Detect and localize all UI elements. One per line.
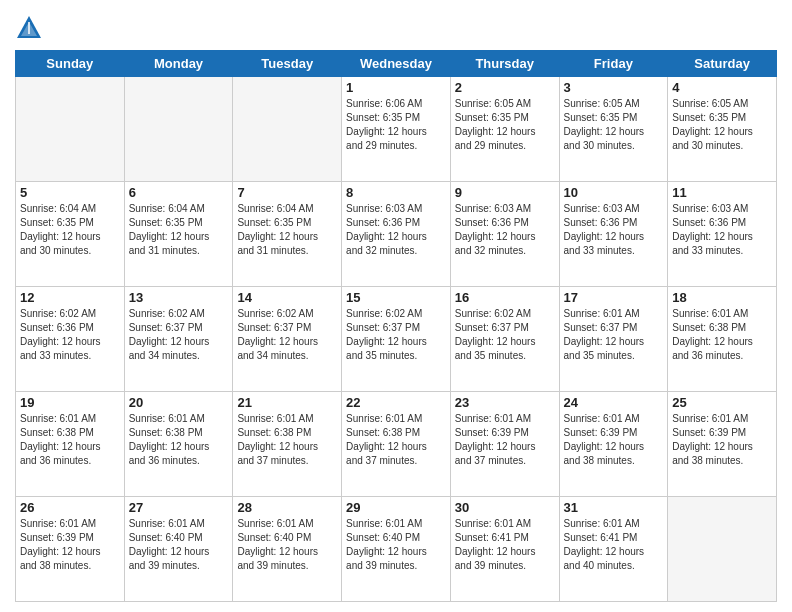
- day-number: 8: [346, 185, 446, 200]
- calendar-cell: 1Sunrise: 6:06 AM Sunset: 6:35 PM Daylig…: [342, 77, 451, 182]
- calendar-cell: 19Sunrise: 6:01 AM Sunset: 6:38 PM Dayli…: [16, 392, 125, 497]
- day-info: Sunrise: 6:01 AM Sunset: 6:38 PM Dayligh…: [346, 412, 446, 468]
- day-info: Sunrise: 6:05 AM Sunset: 6:35 PM Dayligh…: [455, 97, 555, 153]
- day-number: 14: [237, 290, 337, 305]
- day-number: 17: [564, 290, 664, 305]
- calendar-cell: 7Sunrise: 6:04 AM Sunset: 6:35 PM Daylig…: [233, 182, 342, 287]
- day-info: Sunrise: 6:03 AM Sunset: 6:36 PM Dayligh…: [346, 202, 446, 258]
- calendar-cell: [668, 497, 777, 602]
- day-info: Sunrise: 6:03 AM Sunset: 6:36 PM Dayligh…: [455, 202, 555, 258]
- day-info: Sunrise: 6:05 AM Sunset: 6:35 PM Dayligh…: [564, 97, 664, 153]
- day-info: Sunrise: 6:01 AM Sunset: 6:39 PM Dayligh…: [672, 412, 772, 468]
- day-info: Sunrise: 6:01 AM Sunset: 6:37 PM Dayligh…: [564, 307, 664, 363]
- calendar-cell: 9Sunrise: 6:03 AM Sunset: 6:36 PM Daylig…: [450, 182, 559, 287]
- calendar-cell: [124, 77, 233, 182]
- calendar-cell: 6Sunrise: 6:04 AM Sunset: 6:35 PM Daylig…: [124, 182, 233, 287]
- day-info: Sunrise: 6:01 AM Sunset: 6:40 PM Dayligh…: [237, 517, 337, 573]
- day-info: Sunrise: 6:04 AM Sunset: 6:35 PM Dayligh…: [237, 202, 337, 258]
- day-number: 5: [20, 185, 120, 200]
- calendar-cell: 4Sunrise: 6:05 AM Sunset: 6:35 PM Daylig…: [668, 77, 777, 182]
- day-number: 16: [455, 290, 555, 305]
- day-info: Sunrise: 6:01 AM Sunset: 6:39 PM Dayligh…: [455, 412, 555, 468]
- calendar-cell: 26Sunrise: 6:01 AM Sunset: 6:39 PM Dayli…: [16, 497, 125, 602]
- day-header: Tuesday: [233, 51, 342, 77]
- header: [15, 10, 777, 42]
- calendar-cell: 8Sunrise: 6:03 AM Sunset: 6:36 PM Daylig…: [342, 182, 451, 287]
- calendar-cell: 2Sunrise: 6:05 AM Sunset: 6:35 PM Daylig…: [450, 77, 559, 182]
- calendar-cell: 30Sunrise: 6:01 AM Sunset: 6:41 PM Dayli…: [450, 497, 559, 602]
- day-info: Sunrise: 6:01 AM Sunset: 6:38 PM Dayligh…: [129, 412, 229, 468]
- calendar-cell: 20Sunrise: 6:01 AM Sunset: 6:38 PM Dayli…: [124, 392, 233, 497]
- day-number: 31: [564, 500, 664, 515]
- calendar-cell: 22Sunrise: 6:01 AM Sunset: 6:38 PM Dayli…: [342, 392, 451, 497]
- calendar-cell: 3Sunrise: 6:05 AM Sunset: 6:35 PM Daylig…: [559, 77, 668, 182]
- day-number: 7: [237, 185, 337, 200]
- calendar-cell: 11Sunrise: 6:03 AM Sunset: 6:36 PM Dayli…: [668, 182, 777, 287]
- day-number: 20: [129, 395, 229, 410]
- calendar-cell: 21Sunrise: 6:01 AM Sunset: 6:38 PM Dayli…: [233, 392, 342, 497]
- day-number: 26: [20, 500, 120, 515]
- day-header: Wednesday: [342, 51, 451, 77]
- day-info: Sunrise: 6:03 AM Sunset: 6:36 PM Dayligh…: [564, 202, 664, 258]
- calendar-cell: 13Sunrise: 6:02 AM Sunset: 6:37 PM Dayli…: [124, 287, 233, 392]
- day-header: Sunday: [16, 51, 125, 77]
- page: SundayMondayTuesdayWednesdayThursdayFrid…: [0, 0, 792, 612]
- day-info: Sunrise: 6:01 AM Sunset: 6:38 PM Dayligh…: [237, 412, 337, 468]
- day-info: Sunrise: 6:01 AM Sunset: 6:38 PM Dayligh…: [20, 412, 120, 468]
- calendar-cell: 17Sunrise: 6:01 AM Sunset: 6:37 PM Dayli…: [559, 287, 668, 392]
- day-number: 21: [237, 395, 337, 410]
- day-info: Sunrise: 6:02 AM Sunset: 6:37 PM Dayligh…: [237, 307, 337, 363]
- day-info: Sunrise: 6:03 AM Sunset: 6:36 PM Dayligh…: [672, 202, 772, 258]
- day-number: 19: [20, 395, 120, 410]
- day-info: Sunrise: 6:02 AM Sunset: 6:36 PM Dayligh…: [20, 307, 120, 363]
- calendar-week-row: 19Sunrise: 6:01 AM Sunset: 6:38 PM Dayli…: [16, 392, 777, 497]
- day-number: 4: [672, 80, 772, 95]
- day-info: Sunrise: 6:02 AM Sunset: 6:37 PM Dayligh…: [129, 307, 229, 363]
- day-info: Sunrise: 6:01 AM Sunset: 6:41 PM Dayligh…: [455, 517, 555, 573]
- calendar-cell: 27Sunrise: 6:01 AM Sunset: 6:40 PM Dayli…: [124, 497, 233, 602]
- calendar-table: SundayMondayTuesdayWednesdayThursdayFrid…: [15, 50, 777, 602]
- day-info: Sunrise: 6:02 AM Sunset: 6:37 PM Dayligh…: [455, 307, 555, 363]
- calendar-cell: [233, 77, 342, 182]
- calendar-week-row: 12Sunrise: 6:02 AM Sunset: 6:36 PM Dayli…: [16, 287, 777, 392]
- day-header: Thursday: [450, 51, 559, 77]
- calendar-cell: [16, 77, 125, 182]
- day-number: 13: [129, 290, 229, 305]
- calendar-week-row: 5Sunrise: 6:04 AM Sunset: 6:35 PM Daylig…: [16, 182, 777, 287]
- day-number: 23: [455, 395, 555, 410]
- day-info: Sunrise: 6:05 AM Sunset: 6:35 PM Dayligh…: [672, 97, 772, 153]
- day-number: 27: [129, 500, 229, 515]
- day-number: 30: [455, 500, 555, 515]
- calendar-cell: 29Sunrise: 6:01 AM Sunset: 6:40 PM Dayli…: [342, 497, 451, 602]
- day-info: Sunrise: 6:04 AM Sunset: 6:35 PM Dayligh…: [129, 202, 229, 258]
- day-header: Friday: [559, 51, 668, 77]
- day-header: Saturday: [668, 51, 777, 77]
- day-number: 11: [672, 185, 772, 200]
- logo-icon: [15, 14, 43, 42]
- calendar-cell: 23Sunrise: 6:01 AM Sunset: 6:39 PM Dayli…: [450, 392, 559, 497]
- day-info: Sunrise: 6:01 AM Sunset: 6:40 PM Dayligh…: [129, 517, 229, 573]
- calendar-cell: 10Sunrise: 6:03 AM Sunset: 6:36 PM Dayli…: [559, 182, 668, 287]
- calendar-cell: 24Sunrise: 6:01 AM Sunset: 6:39 PM Dayli…: [559, 392, 668, 497]
- calendar-cell: 25Sunrise: 6:01 AM Sunset: 6:39 PM Dayli…: [668, 392, 777, 497]
- day-info: Sunrise: 6:01 AM Sunset: 6:39 PM Dayligh…: [20, 517, 120, 573]
- day-number: 10: [564, 185, 664, 200]
- day-number: 24: [564, 395, 664, 410]
- day-info: Sunrise: 6:01 AM Sunset: 6:41 PM Dayligh…: [564, 517, 664, 573]
- calendar-cell: 5Sunrise: 6:04 AM Sunset: 6:35 PM Daylig…: [16, 182, 125, 287]
- day-info: Sunrise: 6:02 AM Sunset: 6:37 PM Dayligh…: [346, 307, 446, 363]
- day-number: 15: [346, 290, 446, 305]
- day-number: 1: [346, 80, 446, 95]
- day-info: Sunrise: 6:06 AM Sunset: 6:35 PM Dayligh…: [346, 97, 446, 153]
- day-number: 9: [455, 185, 555, 200]
- calendar-cell: 16Sunrise: 6:02 AM Sunset: 6:37 PM Dayli…: [450, 287, 559, 392]
- day-number: 2: [455, 80, 555, 95]
- calendar-header-row: SundayMondayTuesdayWednesdayThursdayFrid…: [16, 51, 777, 77]
- calendar-week-row: 1Sunrise: 6:06 AM Sunset: 6:35 PM Daylig…: [16, 77, 777, 182]
- calendar-cell: 14Sunrise: 6:02 AM Sunset: 6:37 PM Dayli…: [233, 287, 342, 392]
- day-number: 18: [672, 290, 772, 305]
- calendar-cell: 28Sunrise: 6:01 AM Sunset: 6:40 PM Dayli…: [233, 497, 342, 602]
- day-info: Sunrise: 6:01 AM Sunset: 6:40 PM Dayligh…: [346, 517, 446, 573]
- day-number: 29: [346, 500, 446, 515]
- day-number: 12: [20, 290, 120, 305]
